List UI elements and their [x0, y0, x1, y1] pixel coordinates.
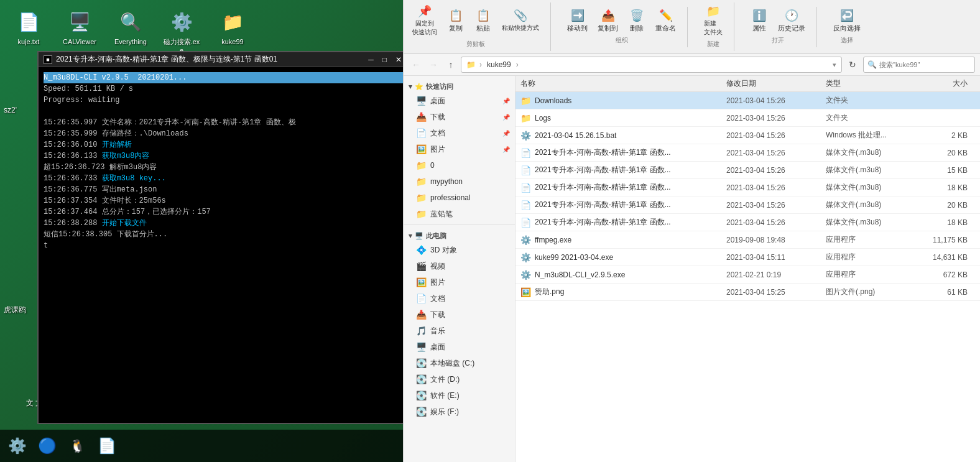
- sidebar-item-pictures2[interactable]: 🖼️ 图片: [404, 274, 515, 290]
- file-row-n-cli[interactable]: ⚙️ N_m3u8DL-CLI_v2.9.5.exe 2021-02-21 0:…: [515, 266, 980, 284]
- sidebar-item-desktop[interactable]: 🖥️ 桌面 📌: [404, 93, 515, 109]
- sidebar-item-e-drive[interactable]: 💽 软件 (E:): [404, 387, 515, 404]
- search-input[interactable]: [879, 61, 971, 68]
- ribbon-moveto-btn[interactable]: ➡️ 移动到: [563, 7, 591, 35]
- refresh-btn[interactable]: ↻: [844, 57, 861, 73]
- col-header-type[interactable]: 类型: [826, 78, 925, 89]
- sidebar-item-bluepen[interactable]: 📁 蓝铅笔: [404, 206, 515, 222]
- ribbon-copy-btn[interactable]: 📋 复制: [443, 7, 468, 35]
- file-row-logs[interactable]: 📁 Logs 2021-03-04 15:26 文件夹: [515, 109, 980, 127]
- file-row-m3u8-2[interactable]: 📄 2021专升本-河南-高数-精讲-第1章 函数... 2021-03-04 …: [515, 162, 980, 179]
- taskbar-app2[interactable]: 🐧: [65, 433, 90, 458]
- sidebar-item-downloads[interactable]: 📥 下载 📌: [404, 109, 515, 125]
- paste-shortcut-icon: 📎: [514, 9, 527, 22]
- ribbon-new-folder-btn[interactable]: 📁 新建文件夹: [700, 2, 726, 39]
- file-row-zanzhupng[interactable]: 🖼️ 赞助.png 2021-03-04 15:25 图片文件(.png) 61…: [515, 284, 980, 301]
- invert-icon: ↩️: [840, 9, 854, 22]
- cmd-line-9: 15:26:37.464 总分片：157，已选择分片：157: [44, 206, 403, 218]
- desktop-pin-icon: 📌: [502, 98, 510, 104]
- cmd-close[interactable]: ✕: [393, 55, 403, 64]
- file-row-m3u8-4[interactable]: 📄 2021专升本-河南-高数-精讲-第1章 函数... 2021-03-04 …: [515, 196, 980, 214]
- cmd-minimize[interactable]: ─: [366, 55, 376, 64]
- taskbar-app1[interactable]: 🔵: [35, 433, 60, 458]
- ribbon-delete-btn[interactable]: 🗑️ 删除: [624, 7, 649, 35]
- file-row-kuke99exe[interactable]: ⚙️ kuke99 2021-03-04.exe 2021-03-04 15:1…: [515, 249, 980, 266]
- desktop-icon-magnetic[interactable]: ⚙️ 磁力搜索.exe: [159, 6, 204, 58]
- m3u8-2-name: 2021专升本-河南-高数-精讲-第1章 函数...: [535, 165, 726, 175]
- taskbar-app3[interactable]: 📄: [95, 433, 119, 458]
- sidebar-item-documents[interactable]: 📄 文档 📌: [404, 125, 515, 141]
- file-list: 名称 修改日期 类型 大小 📁 Downloads 2021-03-04 15:…: [515, 76, 980, 462]
- file-row-ffmpeg[interactable]: ⚙️ ffmpeg.exe 2019-09-08 19:48 应用程序 11,1…: [515, 231, 980, 249]
- desktop-icon-kuke99[interactable]: 📁 kuke99: [210, 6, 255, 49]
- sidebar-item-d-drive[interactable]: 💽 文件 (D:): [404, 371, 515, 387]
- ribbon-invert-btn[interactable]: ↩️ 反向选择: [830, 7, 864, 35]
- sidebar-item-mypython[interactable]: 📁 mypython: [404, 173, 515, 190]
- desktop-icon-everything[interactable]: 🔍 Everything: [108, 6, 153, 49]
- file-row-m3u8-3[interactable]: 📄 2021专升本-河南-高数-精讲-第1章 函数... 2021-03-04 …: [515, 179, 980, 196]
- ribbon-paste-btn[interactable]: 📋 粘贴: [471, 7, 496, 35]
- sidebar-item-3d[interactable]: 💠 3D 对象: [404, 242, 515, 258]
- music-icon: 🎵: [416, 326, 427, 336]
- nav-back-btn[interactable]: ←: [409, 57, 423, 72]
- ffmpeg-icon: ⚙️: [520, 235, 531, 245]
- col-header-size[interactable]: 大小: [925, 78, 975, 89]
- cmd-maximize[interactable]: □: [380, 55, 389, 64]
- ribbon-properties-btn[interactable]: ℹ️ 属性: [747, 7, 772, 35]
- ribbon-history-btn[interactable]: 🕐 历史记录: [774, 7, 809, 35]
- sidebar-quickaccess-title[interactable]: ▾ ⭐ 快速访问: [404, 78, 515, 93]
- col-header-name[interactable]: 名称: [520, 78, 726, 89]
- taskbar-settings[interactable]: ⚙️: [5, 433, 30, 458]
- sidebar-item-docs2[interactable]: 📄 文档: [404, 290, 515, 307]
- nav-forward-btn[interactable]: →: [426, 57, 441, 72]
- sidebar-item-f-drive[interactable]: 💽 娱乐 (F:): [404, 404, 515, 420]
- sidebar-thispc-title[interactable]: ▾ 🖥️ 此电脑: [404, 228, 515, 242]
- docs2-icon: 📄: [416, 293, 427, 303]
- m3u8-4-type: 媒体文件(.m3u8): [826, 200, 925, 210]
- thispc-icon: 🖥️: [415, 232, 423, 240]
- bluepen-folder-icon: 📁: [416, 209, 427, 219]
- sidebar-item-0[interactable]: 📁 0: [404, 157, 515, 173]
- path-icon: 📁: [466, 60, 476, 69]
- downloads-pin-icon: 📌: [502, 114, 510, 121]
- file-row-downloads[interactable]: 📁 Downloads 2021-03-04 15:26 文件夹: [515, 92, 980, 109]
- sidebar-item-video[interactable]: 🎬 视频: [404, 258, 515, 274]
- magnetic-icon: ⚙️: [169, 9, 195, 35]
- m3u8-5-name: 2021专升本-河南-高数-精讲-第1章 函数...: [535, 217, 726, 228]
- side-label-tiger: 虎课鸥: [4, 305, 26, 315]
- cmd-line-8: 15:26:37.354 文件时长：25m56s: [44, 195, 403, 206]
- ribbon-pin-btn[interactable]: 📌 固定到快速访问: [409, 2, 441, 39]
- sidebar-item-desktop2[interactable]: 🖥️ 桌面: [404, 339, 515, 355]
- ribbon-paste-shortcut-btn[interactable]: 📎 粘贴快捷方式: [498, 7, 543, 34]
- col-header-date[interactable]: 修改日期: [726, 78, 826, 89]
- cmd-line-3: 15:26:36.010 开始解析: [44, 139, 403, 150]
- path-dropdown-icon[interactable]: ▾: [833, 61, 836, 69]
- path-kuke99[interactable]: kuke99: [486, 60, 512, 69]
- sidebar-item-c-drive[interactable]: 💽 本地磁盘 (C:): [404, 355, 515, 371]
- rename-icon: ✏️: [659, 9, 673, 22]
- m3u8-1-type: 媒体文件(.m3u8): [826, 147, 925, 158]
- file-row-bat[interactable]: ⚙️ 2021-03-04 15.26.15.bat 2021-03-04 15…: [515, 127, 980, 144]
- cmd-line-1: 15:26:35.997 文件名称：2021专升本-河南-高数-精讲-第1章 函…: [44, 117, 403, 128]
- desktop-folder-icon: 🖥️: [416, 96, 427, 106]
- cmd-window-controls: ─ □ ✕: [366, 55, 403, 64]
- kuke99exe-type: 应用程序: [826, 252, 925, 262]
- sidebar-docs2-label: 文档: [430, 293, 445, 304]
- downloads-row-date: 2021-03-04 15:26: [726, 96, 826, 105]
- file-row-m3u8-5[interactable]: 📄 2021专升本-河南-高数-精讲-第1章 函数... 2021-03-04 …: [515, 214, 980, 231]
- logs-row-type: 文件夹: [826, 113, 925, 123]
- ribbon-rename-btn[interactable]: ✏️ 重命名: [652, 7, 680, 35]
- desktop-icon-kuje[interactable]: 📄 kuje.txt: [6, 6, 51, 49]
- sidebar-item-music[interactable]: 🎵 音乐: [404, 323, 515, 339]
- ribbon-copyto-btn[interactable]: 📤 复制到: [594, 7, 622, 35]
- calviewer-label: CALViewer: [63, 37, 96, 46]
- file-row-m3u8-1[interactable]: 📄 2021专升本-河南-高数-精讲-第1章 函数... 2021-03-04 …: [515, 144, 980, 162]
- sidebar-item-pictures[interactable]: 🖼️ 图片 📌: [404, 141, 515, 157]
- ffmpeg-date: 2019-09-08 19:48: [726, 236, 826, 244]
- sidebar-item-downloads2[interactable]: 📥 下载: [404, 307, 515, 323]
- sidebar-item-professional[interactable]: 📁 professional: [404, 190, 515, 206]
- search-box[interactable]: 🔍: [863, 57, 975, 73]
- desktop-icon-calviewer[interactable]: 🖥️ CALViewer: [57, 6, 102, 49]
- address-path[interactable]: 📁 › kuke99 › ▾: [461, 57, 842, 73]
- nav-up-btn[interactable]: ↑: [443, 57, 458, 72]
